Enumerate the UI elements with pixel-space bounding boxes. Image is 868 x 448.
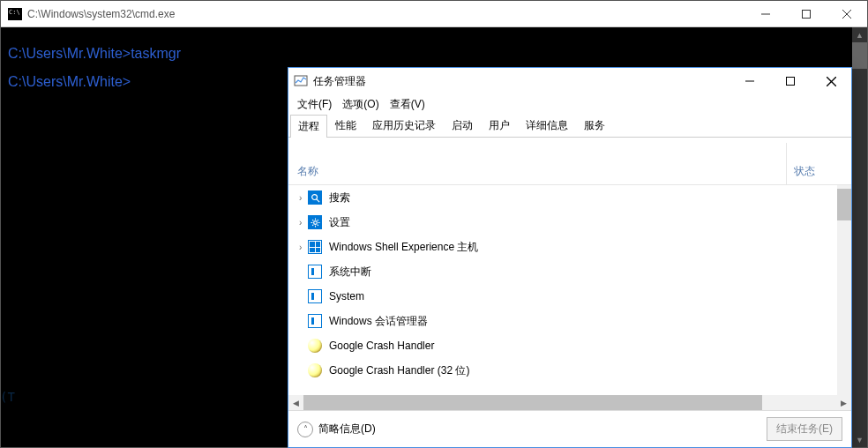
list-scrollbar[interactable] [837, 185, 851, 395]
process-name: Google Crash Handler (32 位) [329, 363, 469, 378]
svg-line-17 [317, 224, 318, 225]
scroll-thumb[interactable] [837, 189, 851, 220]
task-manager-window: 任务管理器 文件(F) 选项(O) 查看(V) 进程 性能 应用历史记录 启动 … [288, 67, 852, 448]
expand-icon[interactable]: › [299, 193, 308, 203]
process-name: Windows Shell Experience 主机 [329, 240, 478, 255]
maximize-button[interactable] [786, 1, 827, 27]
tab-processes[interactable]: 进程 [290, 115, 327, 138]
tab-services[interactable]: 服务 [576, 114, 613, 137]
svg-line-19 [312, 224, 313, 225]
expand-icon[interactable]: › [299, 243, 308, 252]
close-button[interactable] [827, 1, 867, 27]
gear-icon [308, 215, 322, 229]
task-manager-icon [294, 74, 308, 88]
col-status[interactable]: 状态 [786, 143, 851, 184]
tm-tabs: 进程 性能 应用历史记录 启动 用户 详细信息 服务 [288, 114, 851, 138]
maximize-button[interactable] [770, 68, 811, 94]
tm-footer: ˄ 简略信息(D) 结束任务(E) [288, 410, 851, 447]
svg-line-10 [316, 198, 318, 201]
process-row[interactable]: 系统中断 [288, 259, 837, 284]
cmd-icon [8, 8, 22, 20]
process-name: 设置 [329, 215, 350, 230]
search-icon [308, 190, 322, 205]
tm-titlebar[interactable]: 任务管理器 [288, 68, 851, 94]
tab-startup[interactable]: 启动 [444, 114, 481, 137]
end-task-button[interactable]: 结束任务(E) [767, 417, 842, 441]
cmd-scrollbar[interactable]: ▲ ▼ [852, 27, 867, 447]
truncated-text: (T [0, 390, 15, 404]
chevron-up-icon: ˄ [297, 422, 313, 437]
hscroll-thumb[interactable] [303, 395, 762, 410]
horizontal-scrollbar[interactable]: ◀ ▶ [288, 395, 851, 410]
scroll-left-icon[interactable]: ◀ [288, 395, 303, 410]
tab-performance[interactable]: 性能 [327, 114, 364, 137]
process-name: 搜索 [329, 190, 350, 205]
svg-line-18 [317, 220, 318, 220]
col-name[interactable]: 名称 [288, 164, 786, 184]
svg-line-16 [312, 220, 313, 220]
svg-rect-4 [295, 76, 307, 86]
process-list: ›搜索›设置›Windows Shell Experience 主机系统中断Sy… [288, 185, 851, 395]
close-button[interactable] [811, 68, 851, 94]
process-row[interactable]: Google Crash Handler (32 位) [288, 358, 837, 383]
crash-handler-icon [308, 339, 322, 353]
process-row[interactable]: Windows 会话管理器 [288, 309, 837, 333]
svg-rect-1 [803, 10, 811, 18]
process-row[interactable]: System [288, 284, 837, 309]
cmd-titlebar[interactable]: C:\Windows\system32\cmd.exe [1, 1, 867, 27]
minimize-button[interactable] [745, 1, 786, 27]
scroll-up-icon[interactable]: ▲ [852, 27, 867, 42]
fewer-details-button[interactable]: ˄ 简略信息(D) [297, 422, 376, 437]
cmd-title: C:\Windows\system32\cmd.exe [27, 8, 745, 20]
tm-menubar: 文件(F) 选项(O) 查看(V) [288, 94, 851, 114]
process-row[interactable]: Google Crash Handler [288, 333, 837, 358]
expand-icon[interactable]: › [299, 218, 308, 228]
process-name: System [329, 290, 364, 302]
window-icon [308, 240, 322, 254]
system-icon [308, 289, 322, 303]
svg-point-9 [311, 194, 317, 199]
tab-users[interactable]: 用户 [481, 114, 518, 137]
tm-title: 任务管理器 [313, 74, 730, 89]
process-name: Google Crash Handler [329, 340, 434, 352]
fewer-details-label: 简略信息(D) [318, 422, 376, 437]
column-headers: 名称 状态 [288, 143, 851, 185]
tab-app-history[interactable]: 应用历史记录 [364, 114, 444, 137]
scroll-down-icon[interactable]: ▼ [852, 432, 867, 447]
system-icon [308, 265, 322, 279]
menu-file[interactable]: 文件(F) [292, 95, 337, 114]
process-row[interactable]: ›搜索 [288, 185, 837, 210]
scroll-thumb[interactable] [852, 42, 867, 69]
minimize-button[interactable] [730, 68, 770, 94]
system-icon [308, 314, 322, 328]
scroll-right-icon[interactable]: ▶ [836, 395, 851, 410]
svg-point-11 [313, 220, 317, 224]
menu-options[interactable]: 选项(O) [337, 95, 384, 114]
process-name: Windows 会话管理器 [329, 314, 428, 329]
menu-view[interactable]: 查看(V) [385, 95, 430, 114]
process-name: 系统中断 [329, 265, 371, 280]
tab-details[interactable]: 详细信息 [518, 114, 576, 137]
crash-handler-icon [308, 363, 322, 377]
process-row[interactable]: ›设置 [288, 210, 837, 235]
process-row[interactable]: ›Windows Shell Experience 主机 [288, 235, 837, 259]
svg-rect-6 [787, 78, 795, 86]
